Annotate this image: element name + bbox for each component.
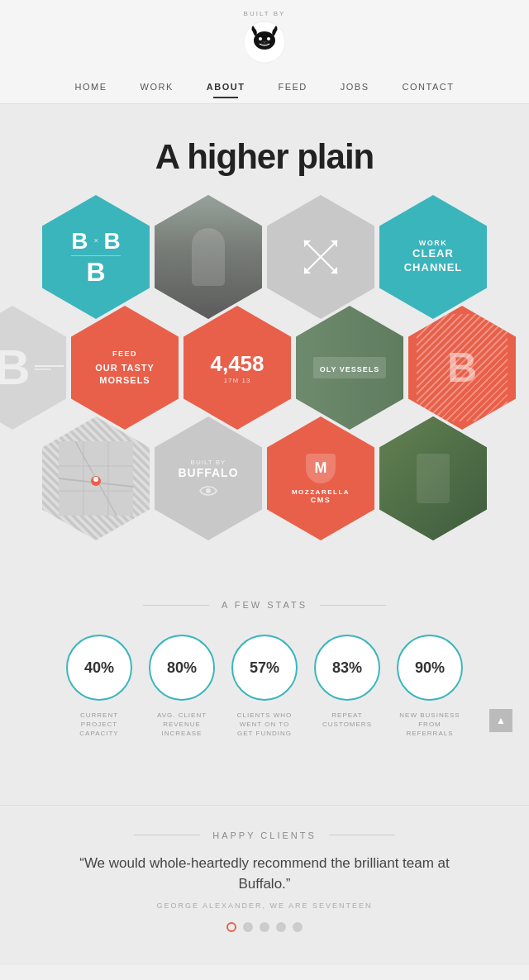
stat-circle-4: 90% NEW BUSINESS FROM REFERRALS xyxy=(397,635,463,739)
testimonial-author: GEORGE ALEXANDER, WE ARE SEVENTEEN xyxy=(66,902,463,910)
circle-percent-3: 83% xyxy=(332,659,362,677)
stat-circle-3: 83% REPEAT CUSTOMERS xyxy=(314,635,380,739)
circle-ring-4: 90% xyxy=(397,635,463,701)
logo-icon[interactable] xyxy=(243,21,286,64)
svg-point-3 xyxy=(267,37,270,40)
circle-percent-1: 80% xyxy=(167,659,197,677)
hex-stats-number[interactable]: 4,458 17m 13 xyxy=(183,306,291,430)
nav-about[interactable]: ABOUT xyxy=(190,77,262,97)
hex-big-b[interactable]: B xyxy=(0,306,66,430)
stats-title: A FEW STATS xyxy=(222,600,307,610)
stats-section: A FEW STATS 40% CURRENT PROJECT CAPACITY… xyxy=(0,559,529,805)
stat-circle-2: 57% CLIENTS WHO WENT ON TO GET FUNDING xyxy=(231,635,298,739)
svg-point-2 xyxy=(259,37,262,40)
circle-percent-4: 90% xyxy=(415,659,445,677)
hero-headline: A higher plain xyxy=(0,137,529,177)
hex-bbb[interactable]: B ✕ B B xyxy=(42,195,150,319)
hex-buffalo[interactable]: BUILT BY BUFFALO xyxy=(155,416,262,540)
testimonial-dot-4[interactable] xyxy=(293,922,303,932)
hex-row-1: B ✕ B B xyxy=(40,195,489,319)
hex-striped-b[interactable]: B xyxy=(408,306,516,430)
hero-section: A higher plain xyxy=(0,104,529,193)
circle-label-3: REPEAT CUSTOMERS xyxy=(314,711,380,729)
hex-feed-morsels[interactable]: FEED OUR TASTYMORSELS xyxy=(71,306,179,430)
circle-label-1: AVG. CLIENT REVENUE INCREASE xyxy=(149,711,215,739)
circle-ring-0: 40% xyxy=(66,635,132,701)
hex-photo-oly[interactable]: OLY VESSELS xyxy=(296,306,403,430)
built-by-label: BUILT BY xyxy=(0,10,529,17)
hex-map[interactable] xyxy=(42,416,150,540)
hex-grid-section: B ✕ B B xyxy=(0,193,529,559)
hex-grid: B ✕ B B xyxy=(33,202,496,534)
nav-home[interactable]: HOME xyxy=(59,77,124,97)
circle-ring-2: 57% xyxy=(231,635,298,701)
testimonial-divider-left xyxy=(134,835,200,835)
stats-circles: 40% CURRENT PROJECT CAPACITY 80% AVG. CL… xyxy=(33,635,496,739)
svg-point-22 xyxy=(206,488,211,493)
testimonial-section: HAPPY CLIENTS “We would whole-heartedly … xyxy=(0,805,529,965)
nav-contact[interactable]: CONTACT xyxy=(386,77,471,97)
header: BUILT BY xyxy=(0,0,529,104)
circle-percent-2: 57% xyxy=(250,659,279,677)
testimonial-quote: “We would whole-heartedly recommend the … xyxy=(66,853,463,895)
svg-point-5 xyxy=(262,42,264,44)
nav-work[interactable]: WORK xyxy=(124,77,190,97)
stat-circle-0: 40% CURRENT PROJECT CAPACITY xyxy=(66,635,132,739)
testimonial-divider-right xyxy=(329,835,395,835)
hex-mozzarella[interactable]: M MOZZARELLA CMS xyxy=(267,416,374,540)
stat-circle-1: 80% AVG. CLIENT REVENUE INCREASE xyxy=(149,635,215,739)
back-to-top-button[interactable]: ▲ xyxy=(489,709,512,732)
svg-point-21 xyxy=(93,477,98,482)
testimonial-dot-0[interactable] xyxy=(226,922,236,932)
circle-label-4: NEW BUSINESS FROM REFERRALS xyxy=(397,711,463,739)
testimonial-dots xyxy=(66,922,463,932)
circle-ring-3: 83% xyxy=(314,635,380,701)
nav-feed[interactable]: FEED xyxy=(261,77,323,97)
nav-jobs[interactable]: JOBS xyxy=(324,77,386,97)
testimonial-dot-3[interactable] xyxy=(276,922,286,932)
divider-line-right xyxy=(320,605,386,606)
circle-percent-0: 40% xyxy=(84,659,114,677)
hex-row-3: BUILT BY BUFFALO M MOZZARELLA CMS xyxy=(40,416,489,540)
circle-ring-1: 80% xyxy=(149,635,215,701)
main-nav: HOME WORK ABOUT FEED JOBS CONTACT xyxy=(0,70,529,103)
hex-row-2: B FEED OUR TASTYMORSELS xyxy=(0,306,518,430)
circle-label-2: CLIENTS WHO WENT ON TO GET FUNDING xyxy=(231,711,298,739)
svg-point-6 xyxy=(265,42,267,44)
svg-point-1 xyxy=(254,31,275,50)
testimonial-title: HAPPY CLIENTS xyxy=(212,830,317,840)
stats-divider: A FEW STATS xyxy=(33,600,496,610)
divider-line-left xyxy=(143,605,209,606)
hex-work-clear-channel[interactable]: WORK CLEAR CHANNEL xyxy=(379,195,487,319)
back-to-top-icon: ▲ xyxy=(496,715,506,726)
testimonial-divider: HAPPY CLIENTS xyxy=(66,830,463,840)
hex-photo-person[interactable] xyxy=(155,195,262,319)
circle-label-0: CURRENT PROJECT CAPACITY xyxy=(66,711,132,739)
testimonial-dot-2[interactable] xyxy=(260,922,269,932)
hex-arrows[interactable] xyxy=(267,195,374,319)
hex-photo-skate[interactable] xyxy=(379,416,487,540)
testimonial-dot-1[interactable] xyxy=(243,922,253,932)
